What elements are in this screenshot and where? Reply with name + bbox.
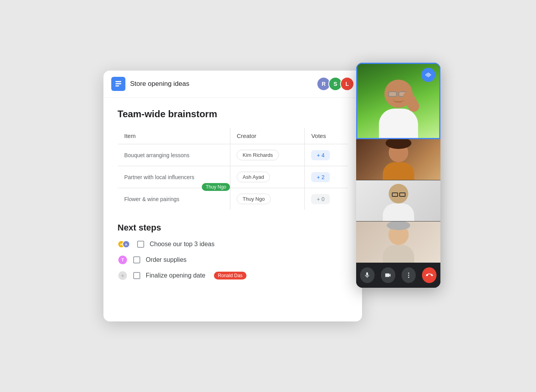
section1-title: Team-wide brainstorm: [118, 109, 348, 120]
votes-cell: + 2: [305, 166, 348, 188]
table-row: Partner with local influencers Thuy Ngo …: [118, 166, 348, 188]
end-call-button[interactable]: [422, 267, 436, 283]
mini-avatar: A: [122, 240, 130, 248]
svg-rect-3: [426, 74, 426, 76]
votes-cell: + 0: [305, 188, 348, 210]
ronald-das-tooltip: Ronald Das: [214, 272, 246, 279]
doc-panel: Store opening ideas R S L Team-wide brai…: [103, 71, 362, 321]
more-options-button[interactable]: [402, 267, 416, 283]
assignee-avatars: K A: [118, 239, 132, 249]
svg-rect-7: [430, 74, 431, 76]
docs-icon: [114, 80, 123, 88]
creator-chip: Kim Richards: [237, 150, 279, 160]
item-cell: Bouquet arranging lessons: [118, 144, 230, 166]
thumb-video-3: [356, 221, 440, 263]
creator-cell: Ash Ayad: [230, 166, 305, 188]
camera-button[interactable]: [381, 267, 395, 283]
outer-container: Store opening ideas R S L Team-wide brai…: [92, 59, 444, 333]
vote-chip[interactable]: + 0: [311, 194, 330, 204]
creator-cell: Thuy Ngo: [230, 188, 305, 210]
person-thumb-3: [356, 221, 440, 263]
person-main: [379, 80, 418, 138]
next-steps-title: Next steps: [118, 223, 348, 233]
checklist-text: Order supplies: [146, 256, 187, 263]
ideas-table: Item Creator Votes Bouquet arranging les…: [118, 127, 348, 210]
doc-header: Store opening ideas R S L: [103, 71, 362, 98]
add-assignee-icon[interactable]: +: [118, 270, 128, 281]
checklist-item: T Order supplies: [118, 255, 348, 265]
thumb-bg-2: [356, 180, 440, 221]
more-vert-icon: [405, 272, 412, 279]
mute-button[interactable]: [360, 267, 375, 283]
svg-point-10: [408, 277, 409, 278]
votes-cell: + 4: [305, 144, 348, 166]
svg-rect-5: [428, 73, 429, 77]
microphone-icon: [364, 272, 371, 279]
table-row: Flower & wine pairings Thuy Ngo + 0: [118, 188, 348, 210]
checklist-text: Finalize opening date: [146, 272, 205, 279]
item-cell: Partner with local influencers Thuy Ngo: [118, 166, 230, 188]
svg-rect-0: [116, 81, 121, 82]
thumb-head: [389, 143, 408, 162]
header-avatars: R S L: [317, 77, 354, 91]
vote-chip[interactable]: + 4: [311, 150, 330, 160]
thumb-head: [389, 184, 408, 203]
col-votes: Votes: [305, 128, 348, 144]
checklist-text: Choose our top 3 ideas: [150, 241, 214, 248]
doc-title: Store opening ideas: [130, 80, 189, 88]
camera-icon: [384, 272, 391, 279]
thumb-body: [383, 245, 414, 263]
mini-avatar-single: T: [118, 255, 128, 265]
person-thumb-2: [356, 180, 440, 221]
thumbnail-list: [356, 139, 440, 263]
call-controls: [356, 263, 440, 288]
svg-rect-2: [116, 85, 119, 87]
main-video: [356, 63, 440, 139]
creator-chip: Thuy Ngo: [237, 194, 270, 204]
svg-rect-6: [429, 73, 430, 77]
thuy-ngo-tooltip: Thuy Ngo: [202, 183, 230, 191]
thumb-head: [388, 225, 409, 245]
person-thumb-1: [356, 139, 440, 180]
checkbox[interactable]: [133, 256, 140, 263]
thumb-bg-1: [356, 139, 440, 180]
svg-point-8: [408, 272, 409, 274]
mic-active-icon: [421, 68, 435, 82]
avatar-l: L: [340, 77, 354, 91]
glasses: [392, 192, 406, 197]
video-call-panel: [356, 63, 440, 288]
table-row: Bouquet arranging lessons Kim Richards +…: [118, 144, 348, 166]
checkbox[interactable]: [133, 272, 140, 279]
checkbox[interactable]: [137, 241, 144, 248]
soundwave-icon: [425, 71, 432, 78]
col-creator: Creator: [230, 128, 305, 144]
svg-rect-1: [116, 83, 121, 84]
checklist: K A Choose our top 3 ideas T Order suppl…: [118, 239, 348, 281]
svg-rect-4: [427, 73, 427, 77]
thumb-bg-3: [356, 221, 440, 263]
doc-content: Team-wide brainstorm Item Creator Votes …: [103, 98, 362, 321]
item-cell: Flower & wine pairings: [118, 188, 230, 210]
checklist-item: + Finalize opening date Ronald Das: [118, 270, 348, 281]
thumb-video-2: [356, 180, 440, 221]
thumb-body: [383, 162, 414, 180]
thumb-video-1: [356, 139, 440, 180]
doc-icon: [111, 77, 125, 91]
person-body: [379, 109, 418, 138]
col-item: Item: [118, 128, 230, 144]
creator-chip: Ash Ayad: [237, 172, 270, 182]
end-call-icon: [426, 272, 433, 279]
svg-point-9: [408, 275, 409, 276]
creator-cell: Kim Richards: [230, 144, 305, 166]
vote-chip[interactable]: + 2: [311, 172, 330, 182]
thumb-body: [383, 203, 414, 221]
checklist-item: K A Choose our top 3 ideas: [118, 239, 348, 249]
